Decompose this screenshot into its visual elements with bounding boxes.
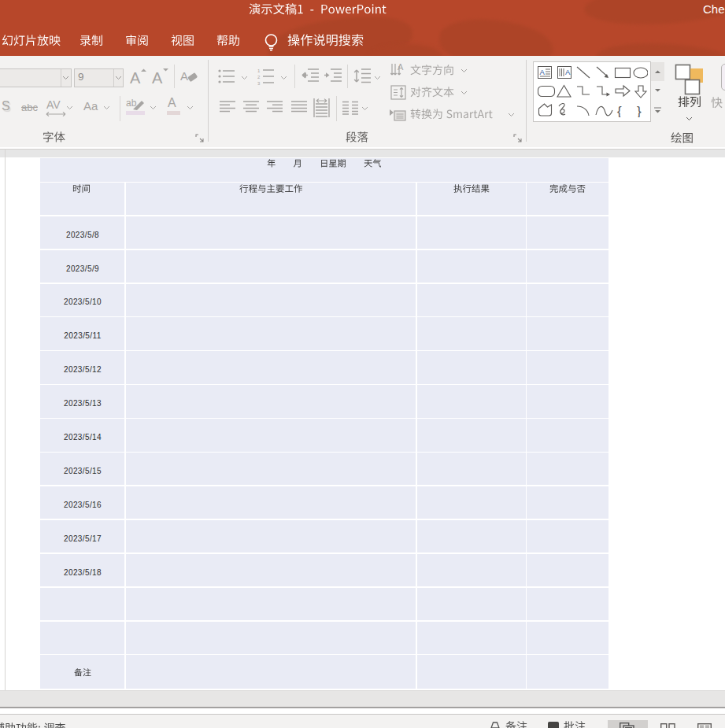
svg-text:}: } xyxy=(637,104,642,117)
svg-text:2: 2 xyxy=(257,75,261,79)
svg-text:A: A xyxy=(398,63,404,72)
svg-text:A: A xyxy=(565,68,571,76)
svg-text:1: 1 xyxy=(257,68,261,73)
svg-text:{: { xyxy=(617,104,622,117)
svg-text:A: A xyxy=(180,69,188,83)
svg-text:A: A xyxy=(540,68,546,76)
svg-text:3: 3 xyxy=(257,81,261,86)
